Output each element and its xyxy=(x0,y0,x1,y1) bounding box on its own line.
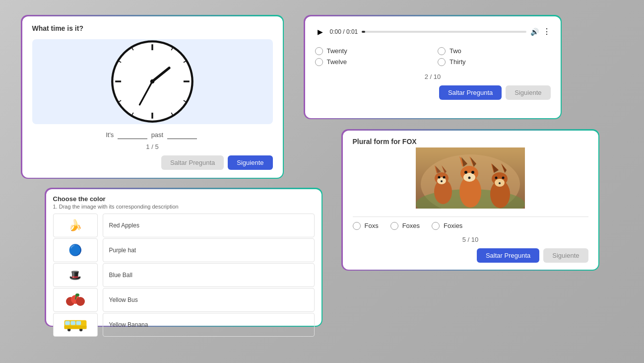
radio-thirty[interactable] xyxy=(438,58,446,66)
card2-btn-row: Saltar Pregunta Siguiente xyxy=(315,85,551,100)
svg-point-38 xyxy=(441,180,443,182)
progress-bar[interactable] xyxy=(362,31,526,33)
card4-btn-row: Saltar Pregunta Siguiente xyxy=(353,248,588,263)
option-foxes[interactable]: Foxes xyxy=(390,222,420,230)
svg-point-18 xyxy=(76,297,85,306)
radio-foxes[interactable] xyxy=(390,222,398,230)
card4-title: Plural form for FOX xyxy=(353,138,588,145)
option-two[interactable]: Two xyxy=(438,47,551,55)
svg-point-59 xyxy=(495,176,498,179)
radio-foxies[interactable] xyxy=(432,222,440,230)
card4-next-button[interactable]: Siguiente xyxy=(543,248,588,263)
card2-next-button[interactable]: Siguiente xyxy=(506,85,550,100)
svg-rect-23 xyxy=(70,321,75,325)
drag-img-ball[interactable]: 🔵 xyxy=(53,238,98,262)
card4-skip-button[interactable]: Saltar Pregunta xyxy=(477,248,539,263)
drag-img-bus[interactable] xyxy=(53,313,98,337)
svg-point-50 xyxy=(471,171,474,174)
svg-point-39 xyxy=(438,176,441,178)
option-foxies[interactable]: Foxies xyxy=(432,222,462,230)
svg-point-60 xyxy=(502,176,505,179)
option-twelve[interactable]: Twelve xyxy=(315,58,428,66)
label-red-apples[interactable]: Red Apples xyxy=(103,214,315,237)
fox-image-container xyxy=(353,147,588,209)
drag-body: 🍌 🔵 🎩 xyxy=(53,214,315,337)
card2-counter: 2 / 10 xyxy=(315,73,551,80)
clock-container xyxy=(32,39,273,124)
card1-counter: 1 / 5 xyxy=(32,143,273,150)
audio-options-grid: Twenty Two Twelve Thirty xyxy=(315,47,551,66)
card1-title: What time is it? xyxy=(32,24,273,32)
card2-skip-button[interactable]: Saltar Pregunta xyxy=(439,85,502,100)
radio-foxs[interactable] xyxy=(353,222,361,230)
drag-img-hat[interactable]: 🎩 xyxy=(53,263,98,287)
time-display: 0:00 / 0:01 xyxy=(330,28,358,35)
card4-divider xyxy=(353,217,588,217)
card3-title: Choose the color xyxy=(53,195,315,203)
blank2[interactable] xyxy=(167,131,197,139)
svg-point-40 xyxy=(443,176,446,178)
label-yellow-banana[interactable]: Yellow Banana xyxy=(103,313,315,337)
label-purple-hat[interactable]: Purple hat xyxy=(103,238,315,262)
svg-point-15 xyxy=(150,79,155,84)
drag-img-apples[interactable] xyxy=(53,288,98,312)
label-blue-ball[interactable]: Blue Ball xyxy=(103,263,315,287)
card1-skip-button[interactable]: Saltar Pregunta xyxy=(161,155,224,170)
radio-twenty[interactable] xyxy=(315,47,323,55)
card4-options: Foxs Foxes Foxies xyxy=(353,222,588,230)
card4-counter: 5 / 10 xyxy=(353,236,588,243)
fill-blank: It's past xyxy=(32,131,273,139)
fox-image-svg xyxy=(416,147,525,209)
svg-point-49 xyxy=(464,171,467,174)
svg-rect-22 xyxy=(65,321,70,325)
option-foxs[interactable]: Foxs xyxy=(353,222,379,230)
card2-wrapper: ▶ 0:00 / 0:01 🔊 ⋮ Twenty Two xyxy=(304,15,562,119)
play-button[interactable]: ▶ xyxy=(315,26,326,37)
drag-labels-column: Red Apples Purple hat Blue Ball Yellow B… xyxy=(103,214,315,337)
svg-rect-27 xyxy=(64,326,86,329)
drag-img-banana[interactable]: 🍌 xyxy=(53,214,98,237)
card1-wrapper: What time is it? xyxy=(21,15,284,179)
drag-images-column: 🍌 🔵 🎩 xyxy=(53,214,98,337)
volume-icon[interactable]: 🔊 xyxy=(530,28,539,36)
label-yellow-bus[interactable]: Yellow Bus xyxy=(103,288,315,312)
svg-point-20 xyxy=(75,293,79,296)
option-twenty[interactable]: Twenty xyxy=(315,47,428,55)
radio-two[interactable] xyxy=(438,47,446,55)
more-options-icon[interactable]: ⋮ xyxy=(543,27,551,36)
option-thirty[interactable]: Thirty xyxy=(438,58,551,66)
card3-instruction: 1. Drag the image with its corresponding… xyxy=(53,204,315,210)
card1-next-button[interactable]: Siguiente xyxy=(228,155,272,170)
audio-player: ▶ 0:00 / 0:01 🔊 ⋮ xyxy=(315,24,551,39)
blank1[interactable] xyxy=(118,131,147,139)
card1-btn-row: Saltar Pregunta Siguiente xyxy=(32,155,273,170)
card3-wrapper: Choose the color 1. Drag the image with … xyxy=(45,188,322,327)
clock-svg xyxy=(110,39,194,124)
svg-rect-24 xyxy=(76,321,81,325)
svg-point-58 xyxy=(499,182,501,184)
svg-point-48 xyxy=(468,176,471,179)
progress-fill xyxy=(362,31,365,33)
radio-twelve[interactable] xyxy=(315,58,323,66)
card4-wrapper: Plural form for FOX xyxy=(341,129,599,271)
